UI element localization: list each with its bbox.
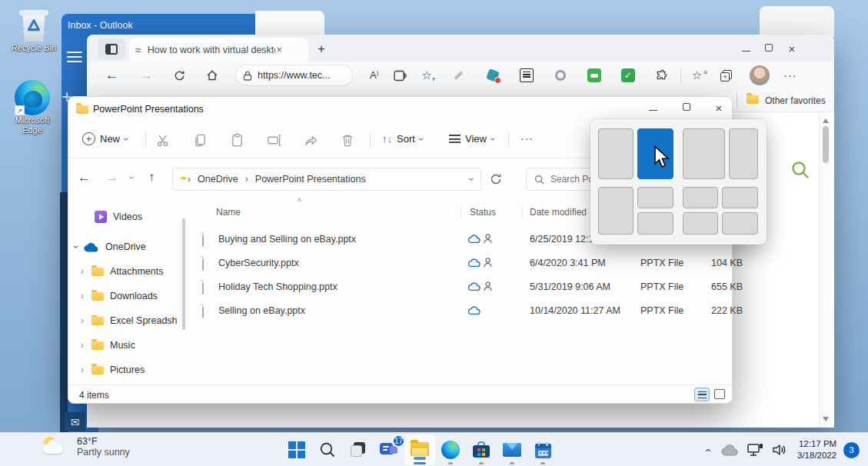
extension-check-icon[interactable]: ✓: [621, 68, 635, 82]
column-header-date[interactable]: Date modified: [530, 207, 587, 218]
edge-button[interactable]: [435, 434, 466, 465]
scrollbar-thumb[interactable]: [823, 126, 829, 163]
snap-pane[interactable]: [722, 187, 758, 208]
extension-news-icon[interactable]: [520, 68, 534, 82]
copy-icon[interactable]: [193, 133, 208, 148]
sidebar-item-videos[interactable]: Videos: [95, 211, 142, 223]
cut-icon[interactable]: [156, 133, 171, 148]
snap-pane[interactable]: [637, 212, 673, 235]
chevron-expanded-icon[interactable]: ›: [71, 245, 81, 248]
desktop-icon-recycle-bin[interactable]: Recycle Bin: [11, 9, 57, 53]
nav-forward-icon[interactable]: →: [105, 170, 118, 185]
onedrive-tray-icon[interactable]: [721, 444, 740, 456]
maximize-button[interactable]: [670, 102, 703, 115]
calendar-button[interactable]: [527, 434, 558, 465]
notification-count-badge[interactable]: 3: [843, 442, 860, 458]
maximize-button[interactable]: [757, 42, 780, 55]
back-button[interactable]: ←: [105, 68, 118, 83]
browser-tab[interactable]: ≈ How to work with virtual desktop ×: [129, 38, 308, 62]
desktop-icon-microsoft-edge[interactable]: ↗ Microsoft Edge: [8, 80, 57, 135]
mail-button[interactable]: [497, 434, 527, 465]
page-share-email-icon[interactable]: ✉: [65, 412, 85, 431]
chat-button[interactable]: 17: [374, 434, 404, 465]
breadcrumb[interactable]: › OneDrive › PowerPoint Presentations ›: [172, 168, 481, 191]
snap-pane[interactable]: [729, 128, 758, 179]
read-aloud-icon[interactable]: A): [370, 69, 378, 81]
new-button[interactable]: + New ›: [82, 132, 128, 145]
extensions-puzzle-icon[interactable]: [655, 69, 668, 82]
collections-icon[interactable]: +: [720, 70, 733, 82]
other-favorites-label[interactable]: Other favorites: [765, 95, 826, 106]
breadcrumb-current[interactable]: PowerPoint Presentations: [255, 174, 366, 185]
search-button[interactable]: [312, 434, 343, 465]
workspaces-button[interactable]: [98, 38, 125, 59]
extension-office-icon[interactable]: [554, 68, 567, 82]
extension-roboform-icon[interactable]: [587, 68, 601, 82]
page-scrollbar[interactable]: [819, 112, 831, 428]
paste-icon[interactable]: [230, 133, 244, 148]
share-icon[interactable]: [304, 133, 318, 148]
sidebar-scrollbar[interactable]: [182, 218, 185, 330]
sidebar-item-music[interactable]: › Music: [81, 340, 135, 351]
column-header-status[interactable]: Status: [470, 207, 496, 218]
address-dropdown-icon[interactable]: ›: [466, 178, 477, 181]
clock[interactable]: 12:17 PM 3/18/2022: [797, 438, 836, 461]
profile-avatar[interactable]: [750, 65, 770, 85]
close-button[interactable]: ×: [703, 102, 734, 115]
favorites-add-icon[interactable]: ☆+: [421, 68, 431, 82]
snap-option-wide-left[interactable]: [683, 128, 760, 179]
weather-widget[interactable]: 63°F Partly sunny: [42, 435, 130, 458]
start-button[interactable]: [281, 434, 312, 465]
hidden-icons-chevron[interactable]: ›: [700, 439, 713, 461]
snap-pane[interactable]: [637, 187, 673, 208]
address-bar[interactable]: https://www.tec...: [235, 65, 353, 86]
snap-option-quad-grid[interactable]: [683, 187, 760, 235]
sidebar-item-downloads[interactable]: › Downloads: [81, 291, 158, 301]
snap-pane[interactable]: [598, 128, 634, 179]
snap-option-left-two-stacked[interactable]: [598, 187, 675, 235]
see-more-button[interactable]: ···: [520, 132, 534, 145]
rename-icon[interactable]: [267, 133, 282, 148]
sidebar-item-pictures[interactable]: › Pictures: [81, 364, 145, 375]
snap-pane[interactable]: [598, 187, 634, 235]
column-header-name[interactable]: Name: [216, 207, 241, 218]
refresh-icon[interactable]: [490, 173, 502, 185]
delete-icon[interactable]: [341, 133, 354, 148]
tab-close-icon[interactable]: ×: [277, 45, 282, 55]
forward-button[interactable]: →: [140, 68, 153, 83]
extension-teal-icon[interactable]: [486, 68, 500, 82]
minimize-button[interactable]: [734, 42, 757, 55]
breadcrumb-onedrive[interactable]: OneDrive: [198, 174, 238, 185]
file-row[interactable]: CyberSecurity.pptx 6/4/2020 3:41 PM PPTX…: [193, 252, 723, 276]
details-view-toggle[interactable]: [694, 388, 710, 401]
outlook-hamburger-icon[interactable]: [67, 48, 82, 65]
scrollbar-down-arrow[interactable]: [823, 417, 829, 421]
file-row[interactable]: Selling on eBay.pptx 10/14/2020 11:27 AM…: [193, 300, 723, 324]
nav-up-icon[interactable]: ↑: [148, 170, 155, 185]
sidebar-item-onedrive[interactable]: › OneDrive: [75, 241, 146, 252]
snap-pane[interactable]: [722, 212, 758, 235]
scrollbar-up-arrow[interactable]: [823, 118, 829, 123]
volume-tray-icon[interactable]: [772, 444, 787, 456]
outlook-window-titlebar[interactable]: Inbox - Outlook: [62, 14, 255, 37]
file-explorer-button[interactable]: [404, 434, 435, 465]
home-icon[interactable]: [206, 69, 218, 82]
new-tab-button[interactable]: +: [318, 42, 325, 57]
sort-button[interactable]: ↑↓ Sort ›: [382, 133, 423, 145]
view-button[interactable]: View ›: [449, 133, 494, 145]
file-row[interactable]: Holiday Tech Shopping.pptx 5/31/2019 9:0…: [193, 276, 723, 300]
store-button[interactable]: [466, 434, 497, 465]
snap-pane[interactable]: [683, 212, 718, 235]
snap-pane[interactable]: [683, 187, 718, 208]
sidebar-item-excel-spreadsheets[interactable]: › Excel Spreadsh: [81, 315, 182, 326]
nav-back-icon[interactable]: ←: [78, 170, 91, 185]
favorites-bar-icon[interactable]: ☆≡: [692, 68, 702, 82]
nav-recent-chevron-icon[interactable]: ›: [126, 176, 137, 179]
page-search-icon[interactable]: [790, 160, 810, 180]
snap-pane[interactable]: [683, 128, 725, 179]
task-view-button[interactable]: [343, 434, 374, 465]
network-tray-icon[interactable]: [747, 443, 764, 457]
minimize-button[interactable]: [636, 102, 670, 115]
immersive-reader-icon[interactable]: [394, 70, 407, 82]
sidebar-item-attachments[interactable]: › Attachments: [81, 266, 163, 277]
